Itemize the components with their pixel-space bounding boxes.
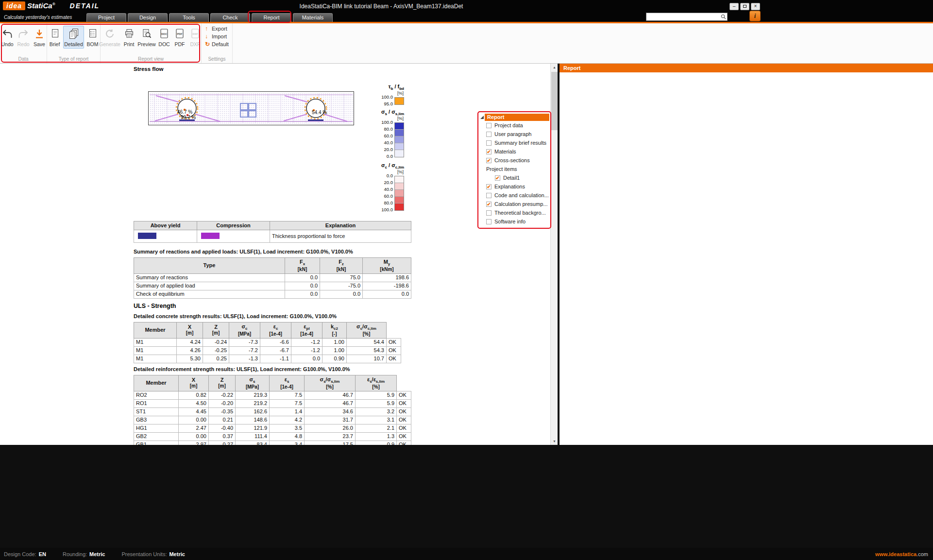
website-suffix[interactable]: .com <box>916 551 928 557</box>
report-tree-item[interactable]: Project data <box>479 121 549 130</box>
table-cell: 0.0 <box>320 290 363 298</box>
table-cell: -0.20 <box>209 399 236 407</box>
preview-button[interactable]: Preview <box>137 26 156 49</box>
scroll-up-icon[interactable]: ▲ <box>551 64 558 71</box>
scale-segment <box>395 130 404 136</box>
report-tree-item[interactable]: ✔Materials <box>479 147 549 156</box>
statica-logo-text: StatiCa® <box>27 1 55 10</box>
reinforcement-strength-table: MemberX[m]Z[m]σs[MPa]εs[1e-4]σs/σs,lim[%… <box>134 375 411 445</box>
column-header <box>387 322 401 339</box>
table-cell: OK <box>397 399 411 407</box>
table-cell: 111.4 <box>236 432 270 441</box>
tab-materials[interactable]: Materials <box>293 13 333 22</box>
table-cell: -1.1 <box>260 355 291 363</box>
report-tree-item[interactable]: User paragraph <box>479 130 549 138</box>
export-settings-button[interactable]: ↑ Export <box>202 25 232 33</box>
unchecked-checkbox[interactable] <box>486 219 492 224</box>
table-cell: 4.8 <box>270 432 305 441</box>
tree-item-label: Project items <box>486 166 517 172</box>
presentation-units-value: Metric <box>169 551 185 557</box>
bom-button[interactable]: BOM <box>85 26 100 49</box>
detailed-button[interactable]: Detailed <box>63 26 84 49</box>
website-text[interactable]: www.ideastatica <box>875 551 916 557</box>
default-settings-button[interactable]: ↻ Default <box>202 40 232 48</box>
tree-item-label: Summary brief results <box>494 140 546 146</box>
table-cell: -0.24 <box>203 338 229 346</box>
preview-icon <box>141 27 153 41</box>
report-tree-item[interactable]: Code and calculation... <box>479 191 549 200</box>
report-scrollbar[interactable]: ▲ ▼ <box>550 64 558 445</box>
scale-concrete-stress: σc / σc,lim [%] 0.020.040.060.080.0100.0 <box>372 162 404 211</box>
report-tree-item[interactable]: Summary brief results <box>479 138 549 147</box>
column-header: σc[MPa] <box>229 322 260 339</box>
undo-label: Undo <box>1 41 13 47</box>
maximize-button[interactable] <box>740 3 749 10</box>
unchecked-checkbox[interactable] <box>486 140 492 146</box>
print-icon <box>123 27 135 41</box>
tagline: Calculate yesterday's estimates <box>4 15 72 20</box>
report-tree-item[interactable]: ✔Calculation presump... <box>479 200 549 208</box>
collapse-icon[interactable] <box>479 116 485 119</box>
scroll-down-icon[interactable]: ▼ <box>551 438 558 445</box>
table-row: HG12.47-0.40121.93.526.02.1OK <box>134 424 411 432</box>
undo-button[interactable]: Undo <box>0 26 15 49</box>
tab-bar: Project Design Tools Check Report Materi… <box>0 13 933 22</box>
report-tree-item[interactable]: ✔Explanations <box>479 182 549 191</box>
scale-bond-stress: τb / fbd [%] 100.095.0 <box>372 84 404 105</box>
tab-tools[interactable]: Tools <box>169 13 209 22</box>
checked-checkbox[interactable]: ✔ <box>486 149 492 154</box>
close-button[interactable]: × <box>751 3 760 10</box>
design-code-item: Design Code: EN <box>4 551 46 557</box>
brief-button[interactable]: Brief <box>47 26 62 49</box>
generate-label: Generate <box>99 41 120 47</box>
info-button[interactable]: i <box>749 11 761 21</box>
checked-checkbox[interactable]: ✔ <box>486 202 492 207</box>
table-row: GB12.97-0.2783.43.417.50.9OK <box>134 441 411 445</box>
export-pdf-button[interactable]: PDF PDF <box>172 26 187 49</box>
utilization-label-left: 46.7 % <box>177 109 192 115</box>
search-input[interactable] <box>646 13 719 20</box>
unchecked-checkbox[interactable] <box>486 123 492 128</box>
table-cell: -1.3 <box>229 355 260 363</box>
column-header: σs[MPa] <box>236 375 270 391</box>
tree-header[interactable]: Report <box>485 114 549 121</box>
checked-checkbox[interactable]: ✔ <box>486 158 492 163</box>
unchecked-checkbox[interactable] <box>486 132 492 137</box>
tab-check[interactable]: Check <box>210 13 250 22</box>
app-window: idea StatiCa® DETAIL IdeaStatiCa-BIM lin… <box>0 0 933 560</box>
website-link[interactable]: www.ideastatica.com <box>875 551 928 557</box>
scale-tick-label: 95.0 <box>384 101 393 107</box>
minimize-button[interactable]: – <box>729 3 739 10</box>
table-cell: 162.6 <box>236 407 270 416</box>
table-cell: -198.6 <box>363 282 411 290</box>
unchecked-checkbox[interactable] <box>486 193 492 198</box>
table-cell: -6.6 <box>260 338 291 346</box>
table-cell: -0.35 <box>209 407 236 416</box>
search-icon[interactable] <box>719 13 727 20</box>
report-canvas[interactable]: Stress flow <box>0 64 550 445</box>
table-row: Summary of reactions0.075.0198.6 <box>134 273 411 282</box>
column-header: Fx[kN] <box>285 258 320 274</box>
report-tree-item[interactable]: Theoretical backgro... <box>479 208 549 217</box>
export-doc-button[interactable]: DOC DOC <box>157 26 171 49</box>
unchecked-checkbox[interactable] <box>486 210 492 216</box>
report-tree-item[interactable]: ✔Detail1 <box>479 173 549 182</box>
side-panel-header: Report <box>560 64 933 72</box>
table-cell: -7.3 <box>229 338 260 346</box>
print-button[interactable]: Print <box>121 26 136 49</box>
table-cell: OK <box>387 346 401 355</box>
scrollbar-thumb[interactable] <box>551 72 558 130</box>
import-settings-button[interactable]: ↓ Import <box>202 33 232 40</box>
table-cell: 0.0 <box>291 355 322 363</box>
tab-project[interactable]: Project <box>86 13 126 22</box>
scale-segment <box>395 123 404 130</box>
save-button[interactable]: Save <box>32 26 47 49</box>
report-tree-item[interactable]: Software info <box>479 217 549 226</box>
tab-design[interactable]: Design <box>128 13 168 22</box>
report-tree-item[interactable]: ✔Cross-sections <box>479 156 549 165</box>
tab-report[interactable]: Report <box>252 13 291 22</box>
checked-checkbox[interactable]: ✔ <box>486 184 492 189</box>
checked-checkbox[interactable]: ✔ <box>495 175 500 181</box>
preview-label: Preview <box>137 41 155 47</box>
export-label: Export <box>212 26 227 32</box>
